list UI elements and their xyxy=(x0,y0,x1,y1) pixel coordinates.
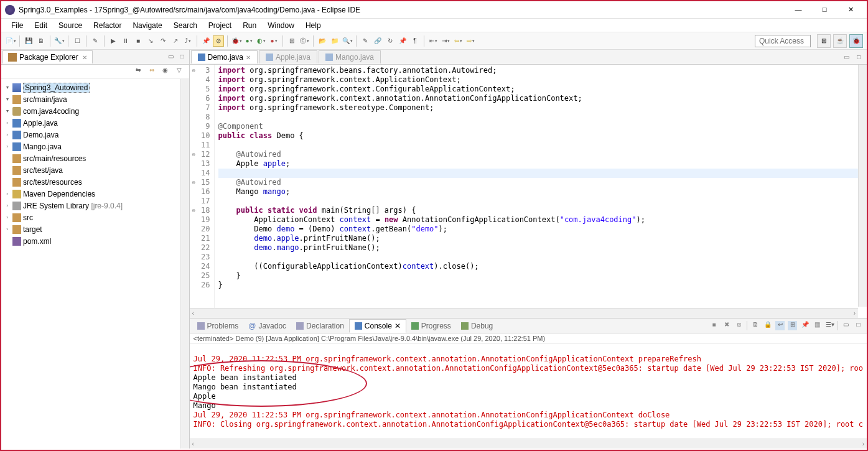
run-button[interactable]: ● xyxy=(243,35,254,47)
collapse-all-icon[interactable]: ⇆ xyxy=(133,67,143,77)
menu-edit[interactable]: Edit xyxy=(29,20,52,31)
open-console-icon[interactable]: ☰▾ xyxy=(825,321,834,330)
open-type-button[interactable]: 📂 xyxy=(317,35,328,47)
tree-src[interactable]: src xyxy=(23,213,33,222)
tab-progress[interactable]: Progress xyxy=(406,320,456,332)
clear-console-icon[interactable]: 🗎 xyxy=(750,321,760,330)
tab-console[interactable]: Console ✕ xyxy=(349,319,406,333)
code-content[interactable]: import import org.springframework.beans.… xyxy=(215,65,867,318)
package-explorer-tree[interactable]: ▾Spring3_Autowired ▾src/main/java ▾com.j… xyxy=(1,79,189,449)
minimize-bottom-icon[interactable]: ▭ xyxy=(841,321,851,330)
tab-debug[interactable]: Debug xyxy=(456,320,498,332)
close-tab-icon[interactable]: ✕ xyxy=(394,322,401,330)
package-explorer-tab[interactable]: Package Explorer ✕ xyxy=(2,50,93,63)
nav-last-button[interactable]: ⇤ xyxy=(427,35,439,47)
toggle-button[interactable]: ☐ xyxy=(72,35,83,47)
debug-stop-button[interactable]: ■ xyxy=(133,35,144,47)
debug-resume-button[interactable]: ▶ xyxy=(108,35,119,47)
tree-src-test-java[interactable]: src/test/java xyxy=(23,166,63,175)
menu-window[interactable]: Window xyxy=(263,20,299,31)
nav-next-button[interactable]: ⇥ xyxy=(440,35,451,47)
link-button[interactable]: 🔗 xyxy=(372,35,383,47)
open-perspective-button[interactable]: ⊞ xyxy=(817,34,831,48)
console-output[interactable]: Jul 29, 2020 11:22:53 PM org.springframe… xyxy=(190,344,867,439)
new-class-button[interactable]: Ⓒ xyxy=(299,35,310,47)
new-package-button[interactable]: ⊞ xyxy=(286,35,297,47)
drop-frame-button[interactable]: ⤴ xyxy=(182,35,194,47)
skip-breakpoints-button[interactable]: ⊘ xyxy=(213,35,224,47)
tree-maven-deps[interactable]: Maven Dependencies xyxy=(23,190,95,198)
pin-button[interactable]: 📌 xyxy=(200,35,212,47)
minimize-view-icon[interactable]: ▭ xyxy=(167,53,175,62)
menu-refactor[interactable]: Refactor xyxy=(88,20,126,31)
link-editor-icon[interactable]: ⇔ xyxy=(147,67,157,77)
menu-help[interactable]: Help xyxy=(301,20,326,31)
close-view-icon[interactable]: ✕ xyxy=(82,54,87,61)
tab-declaration[interactable]: Declaration xyxy=(291,320,349,332)
pin-console-icon[interactable]: 📌 xyxy=(800,321,810,330)
editor-scrollbar-vertical[interactable] xyxy=(858,65,867,307)
save-button[interactable]: 💾 xyxy=(23,35,34,47)
tree-file-apple[interactable]: Apple.java xyxy=(23,119,58,128)
filter-button[interactable]: ¶ xyxy=(409,35,421,47)
tree-jre[interactable]: JRE System Library [jre-9.0.4] xyxy=(23,202,123,210)
menu-search[interactable]: Search xyxy=(169,20,202,31)
editor-scrollbar-horizontal[interactable]: ‹› xyxy=(190,308,858,318)
menu-file[interactable]: File xyxy=(6,20,28,31)
tab-javadoc[interactable]: @Javadoc xyxy=(243,320,291,332)
minimize-button[interactable]: — xyxy=(791,6,806,14)
debug-perspective-button[interactable]: 🐞 xyxy=(849,34,863,48)
show-console-icon[interactable]: ⊞ xyxy=(788,321,797,330)
remove-launch-icon[interactable]: ✖ xyxy=(722,321,731,330)
menu-project[interactable]: Project xyxy=(203,20,236,31)
remove-all-icon[interactable]: ⦻ xyxy=(734,321,744,330)
tree-package[interactable]: com.java4coding xyxy=(23,107,79,116)
build-button[interactable]: 🔧 xyxy=(54,35,65,47)
tree-file-demo[interactable]: Demo.java xyxy=(23,131,58,139)
editor-tab-apple[interactable]: Apple.java xyxy=(259,50,317,63)
terminate-icon[interactable]: ■ xyxy=(709,321,719,330)
focus-icon[interactable]: ◉ xyxy=(161,67,170,77)
tab-problems[interactable]: Problems xyxy=(192,320,244,332)
maximize-bottom-icon[interactable]: □ xyxy=(854,321,863,330)
step-return-button[interactable]: ↗ xyxy=(170,35,181,47)
wand-icon[interactable]: ✎ xyxy=(90,35,101,47)
quick-access-input[interactable] xyxy=(755,35,811,47)
editor-tab-demo[interactable]: Demo.java✕ xyxy=(191,50,258,63)
pin2-button[interactable]: 📌 xyxy=(397,35,408,47)
close-tab-icon[interactable]: ✕ xyxy=(246,54,251,61)
word-wrap-icon[interactable]: ↩ xyxy=(775,321,785,330)
forward-button[interactable]: ⇨ xyxy=(465,35,476,47)
maximize-view-icon[interactable]: □ xyxy=(178,53,187,62)
console-scrollbar-horizontal[interactable]: ‹› xyxy=(190,439,867,449)
tree-src-test-res[interactable]: src/test/resources xyxy=(23,178,82,187)
step-into-button[interactable]: ↘ xyxy=(145,35,156,47)
tree-project[interactable]: Spring3_Autowired xyxy=(23,83,90,93)
step-over-button[interactable]: ↷ xyxy=(157,35,169,47)
tree-src-main-java[interactable]: src/main/java xyxy=(23,95,67,104)
debug-pause-button[interactable]: ⏸ xyxy=(120,35,131,47)
maximize-editor-icon[interactable]: □ xyxy=(854,53,863,60)
maximize-button[interactable]: □ xyxy=(817,6,832,14)
debug-button[interactable]: 🐞 xyxy=(231,35,242,47)
display-console-icon[interactable]: ▥ xyxy=(813,321,822,330)
view-menu-icon[interactable]: ▽ xyxy=(174,67,184,77)
new-button[interactable]: 📄 xyxy=(5,35,16,47)
search-button[interactable]: 🔍 xyxy=(342,35,353,47)
mark-button[interactable]: ✎ xyxy=(360,35,371,47)
tree-src-main-res[interactable]: src/main/resources xyxy=(23,154,86,163)
ext-tools-button[interactable]: ● xyxy=(268,35,279,47)
close-button[interactable]: ✕ xyxy=(843,6,858,14)
save-all-button[interactable]: 🗎 xyxy=(35,35,47,47)
code-editor[interactable]: 3456789101112131415161718192021222324252… xyxy=(190,65,867,318)
editor-tab-mango[interactable]: Mango.java xyxy=(319,50,381,63)
open-task-button[interactable]: 📁 xyxy=(329,35,340,47)
back-button[interactable]: ⇦ xyxy=(452,35,464,47)
minimize-editor-icon[interactable]: ▭ xyxy=(842,53,851,60)
menu-navigate[interactable]: Navigate xyxy=(128,20,167,31)
tree-pom[interactable]: pom.xml xyxy=(23,237,51,246)
java-perspective-button[interactable]: ☕ xyxy=(833,34,847,48)
refresh-button[interactable]: ↻ xyxy=(385,35,396,47)
tree-scrollbar[interactable] xyxy=(180,79,189,449)
tree-target[interactable]: target xyxy=(23,225,42,234)
